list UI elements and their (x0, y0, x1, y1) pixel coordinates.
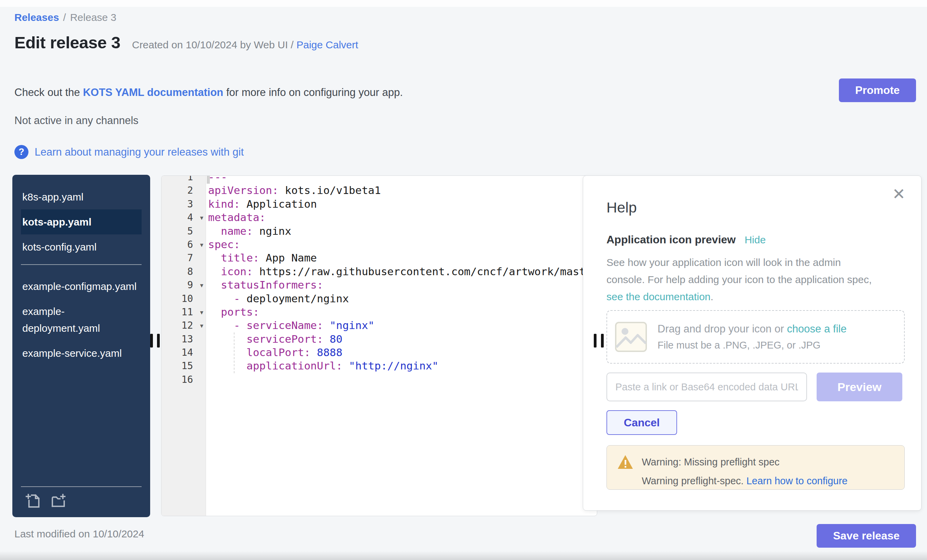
code-line-1[interactable]: --- (206, 176, 597, 184)
kots-yaml-doc-link[interactable]: KOTS YAML documentation (83, 87, 223, 99)
fold-arrow-line-6[interactable]: ▾ (200, 238, 203, 252)
gutter-line-7: 7 (161, 251, 206, 264)
warning-text: Warning preflight-spec. Learn how to con… (642, 475, 848, 487)
code-line-3[interactable]: kind: Application (206, 197, 597, 211)
code-line-11[interactable]: ports: (206, 305, 597, 319)
file-tree: k8s-app.yamlkots-app.yamlkots-config.yam… (12, 175, 150, 517)
icon-dropzone[interactable]: Drag and drop your icon or choose a file… (606, 310, 905, 364)
warning-icon (617, 454, 634, 469)
file-item-kots-app.yaml[interactable]: kots-app.yaml (21, 209, 141, 234)
code-line-8[interactable]: icon: https://raw.githubusercontent.com/… (206, 265, 597, 278)
help-description: See how your application icon will look … (606, 254, 908, 305)
dropzone-text: Drag and drop your icon or choose a file (658, 323, 846, 335)
doc-prefix: Check out the (14, 87, 83, 99)
code-line-6[interactable]: spec: (206, 238, 597, 251)
gutter-line-9: 9▾ (161, 278, 206, 291)
gutter-line-15: 15 (161, 359, 206, 373)
help-description-period: . (711, 291, 713, 302)
warning-banner: Warning: Missing preflight spec Warning … (606, 445, 905, 490)
help-title: Help (606, 199, 637, 216)
resize-handle-left-bar1[interactable] (150, 334, 153, 348)
question-icon: ? (14, 145, 29, 159)
code-line-14[interactable]: localPort: 8888 (206, 346, 597, 359)
last-modified: Last modified on 10/10/2024 (14, 528, 144, 540)
gutter-line-1: 1 (161, 176, 206, 184)
channel-status: Not active in any channels (14, 114, 138, 127)
file-item-example-service.yaml[interactable]: example-service.yaml (21, 341, 141, 366)
gutter-line-8: 8 (161, 265, 206, 278)
promote-button[interactable]: Promote (839, 79, 916, 102)
add-folder-icon[interactable] (50, 493, 66, 509)
file-group-examples: example-configmap.yamlexample-deployment… (12, 274, 150, 366)
title-row: Edit release 3 Created on 10/10/2024 by … (14, 33, 358, 52)
code-line-12[interactable]: - serviceName: "nginx" (206, 319, 597, 332)
image-placeholder-icon (615, 322, 647, 352)
git-help-row: ? Learn about managing your releases wit… (14, 145, 244, 159)
indent-guide (234, 332, 234, 373)
breadcrumb-current: Release 3 (70, 12, 116, 23)
code-line-5[interactable]: name: nginx (206, 225, 597, 238)
file-item-example-configmap.yaml[interactable]: example-configmap.yaml (21, 274, 141, 299)
code-line-4[interactable]: metadata: (206, 211, 597, 224)
gutter-line-5: 5 (161, 225, 206, 238)
preview-button[interactable]: Preview (817, 373, 902, 401)
breadcrumb-separator: / (63, 12, 66, 23)
hide-link[interactable]: Hide (745, 234, 766, 246)
text-cursor (207, 176, 210, 184)
gutter-line-10: 10 (161, 292, 206, 305)
code-editor[interactable]: 1234▾56▾789▾1011▾12▾13141516 ---apiVersi… (161, 176, 597, 516)
close-icon[interactable]: ✕ (892, 186, 906, 202)
icon-url-row: Preview (606, 373, 902, 401)
code-line-16[interactable] (206, 373, 597, 386)
choose-file-link[interactable]: choose a file (787, 323, 846, 335)
file-item-kots-config.yaml[interactable]: kots-config.yaml (21, 234, 141, 260)
section-title: Application icon preview (606, 234, 736, 246)
cancel-button[interactable]: Cancel (606, 410, 677, 435)
git-help-link[interactable]: Learn about managing your releases with … (35, 146, 244, 158)
help-description-line1: See how your application icon will look … (606, 257, 841, 268)
file-group-kots: k8s-app.yamlkots-app.yamlkots-config.yam… (12, 175, 150, 260)
created-prefix: Created on 10/10/2024 by Web UI / (132, 39, 296, 50)
doc-info: Check out the KOTS YAML documentation fo… (14, 87, 403, 99)
file-item-example-deployment.yaml[interactable]: example-deployment.yaml (21, 299, 141, 341)
gutter-line-14: 14 (161, 346, 206, 359)
resize-handle-left-bar2[interactable] (157, 334, 160, 348)
bottom-shadow (0, 551, 927, 560)
gutter-line-16: 16 (161, 373, 206, 386)
gutter-line-12: 12▾ (161, 319, 206, 332)
file-item-k8s-app.yaml[interactable]: k8s-app.yaml (21, 184, 141, 209)
code-line-2[interactable]: apiVersion: kots.io/v1beta1 (206, 184, 597, 197)
code-line-7[interactable]: title: App Name (206, 251, 597, 264)
save-release-button[interactable]: Save release (817, 524, 916, 548)
warning-configure-link[interactable]: Learn how to configure (746, 475, 848, 486)
dropzone-text-prefix: Drag and drop your icon or (658, 323, 787, 335)
help-panel: ✕ Help Application icon preview Hide See… (583, 176, 921, 511)
fold-arrow-line-12[interactable]: ▾ (200, 319, 203, 332)
section-row: Application icon preview Hide (606, 234, 766, 246)
code-line-13[interactable]: servicePort: 80 (206, 332, 597, 346)
icon-url-input[interactable] (606, 373, 807, 401)
warning-text-prefix: Warning preflight-spec. (642, 475, 746, 486)
gutter-lines: 1234▾56▾789▾1011▾12▾13141516 (161, 176, 206, 386)
gutter-line-6: 6▾ (161, 238, 206, 251)
breadcrumb-link-releases[interactable]: Releases (14, 12, 59, 23)
fold-arrow-line-4[interactable]: ▾ (200, 211, 203, 225)
resize-handle-right-bar2[interactable] (601, 334, 604, 348)
resize-handle-right-bar1[interactable] (594, 334, 597, 348)
code-lines: ---apiVersion: kots.io/v1beta1kind: Appl… (206, 176, 597, 386)
edit-release-page: Releases/Release 3 Edit release 3 Create… (0, 0, 927, 560)
file-divider (21, 264, 141, 265)
fold-arrow-line-9[interactable]: ▾ (200, 279, 203, 292)
gutter-line-3: 3 (161, 197, 206, 211)
see-documentation-link[interactable]: see the documentation (606, 291, 711, 302)
fold-arrow-line-11[interactable]: ▾ (200, 306, 203, 319)
code-line-10[interactable]: - deployment/nginx (206, 292, 597, 305)
gutter-line-4: 4▾ (161, 211, 206, 224)
gutter-line-11: 11▾ (161, 305, 206, 319)
code-line-9[interactable]: statusInformers: (206, 278, 597, 291)
add-file-icon[interactable] (25, 493, 41, 509)
code-line-15[interactable]: applicationUrl: "http://nginx" (206, 359, 597, 373)
sidebar-footer (21, 486, 141, 517)
gutter-line-13: 13 (161, 332, 206, 346)
created-author-link[interactable]: Paige Calvert (296, 39, 358, 50)
